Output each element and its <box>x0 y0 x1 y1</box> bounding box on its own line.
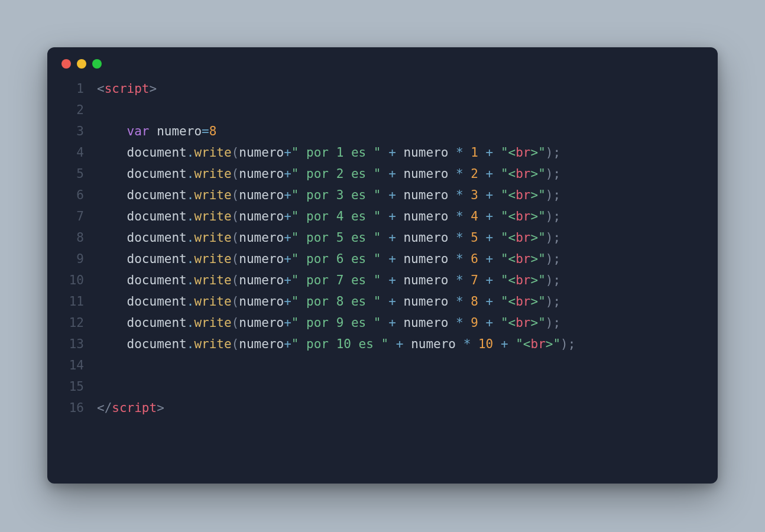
code-line: 12 document.write(numero+" por 9 es " + … <box>50 312 702 333</box>
operator-plus: + <box>388 188 396 202</box>
semicolon: ; <box>553 188 560 202</box>
dot: . <box>187 294 195 309</box>
identifier: numero <box>403 273 448 287</box>
line-number: 4 <box>50 142 97 163</box>
string-literal: " por 9 es " <box>291 316 381 330</box>
operator-plus: + <box>284 337 291 351</box>
string-literal: >" <box>531 294 546 309</box>
minimize-icon[interactable] <box>77 59 86 69</box>
identifier: numero <box>239 252 284 266</box>
paren: ) <box>546 145 553 160</box>
identifier: numero <box>239 337 284 351</box>
tag-name: br <box>516 294 530 309</box>
paren: ) <box>546 209 553 223</box>
code-line: 7 document.write(numero+" por 4 es " + n… <box>50 206 702 227</box>
tag-name: br <box>516 252 530 266</box>
code-line: 2 <box>50 99 702 121</box>
string-literal: " por 6 es " <box>291 252 381 266</box>
operator-mul: * <box>456 145 463 160</box>
method-name: write <box>194 252 231 266</box>
semicolon: ; <box>553 167 560 181</box>
number-literal: 3 <box>471 188 478 202</box>
line-number: 9 <box>50 248 97 270</box>
method-name: write <box>194 273 231 287</box>
paren: ) <box>546 231 553 245</box>
dot: . <box>187 337 195 351</box>
tag-name: br <box>516 145 530 160</box>
line-number: 1 <box>50 78 97 99</box>
tag-name: br <box>516 188 530 202</box>
paren: ) <box>546 167 553 181</box>
method-name: write <box>194 188 231 202</box>
string-literal: "< <box>501 273 516 287</box>
identifier: numero <box>403 209 448 223</box>
code-content: <script> <box>97 78 157 99</box>
code-editor[interactable]: 1<script>23 var numero=84 document.write… <box>47 72 718 435</box>
identifier: document <box>127 145 187 160</box>
angle-bracket: </ <box>97 401 112 415</box>
number-literal: 1 <box>471 145 478 160</box>
identifier: document <box>127 294 187 309</box>
identifier: numero <box>239 209 284 223</box>
line-number: 2 <box>50 99 97 121</box>
operator-plus: + <box>284 316 291 330</box>
code-content: document.write(numero+" por 8 es " + num… <box>97 291 560 312</box>
identifier: numero <box>239 273 284 287</box>
tag-name: br <box>531 337 546 351</box>
code-line: 13 document.write(numero+" por 10 es " +… <box>50 333 702 355</box>
paren: ( <box>232 209 239 223</box>
identifier: numero <box>239 188 284 202</box>
identifier: numero <box>239 167 284 181</box>
identifier: numero <box>403 145 448 160</box>
string-literal: >" <box>531 145 546 160</box>
number-literal: 8 <box>209 124 217 138</box>
semicolon: ; <box>553 294 560 309</box>
string-literal: >" <box>531 316 546 330</box>
editor-window: 1<script>23 var numero=84 document.write… <box>47 47 718 484</box>
identifier: numero <box>403 188 448 202</box>
identifier: numero <box>403 167 448 181</box>
paren: ( <box>232 294 239 309</box>
maximize-icon[interactable] <box>92 59 102 69</box>
identifier: document <box>127 252 187 266</box>
code-line: 1<script> <box>50 78 702 99</box>
code-line: 3 var numero=8 <box>50 121 702 142</box>
semicolon: ; <box>553 252 560 266</box>
paren: ) <box>546 294 553 309</box>
angle-bracket: > <box>150 82 157 96</box>
operator-mul: * <box>456 167 463 181</box>
paren: ( <box>232 316 239 330</box>
semicolon: ; <box>568 337 576 351</box>
method-name: write <box>194 145 231 160</box>
string-literal: " por 8 es " <box>291 294 381 309</box>
identifier: numero <box>239 316 284 330</box>
close-icon[interactable] <box>61 59 71 69</box>
dot: . <box>187 167 195 181</box>
identifier: numero <box>403 294 448 309</box>
operator-mul: * <box>456 209 463 223</box>
identifier: numero <box>239 231 284 245</box>
operator-plus: + <box>388 209 396 223</box>
code-line: 6 document.write(numero+" por 3 es " + n… <box>50 184 702 206</box>
operator-plus: + <box>486 188 494 202</box>
tag-name: br <box>516 231 530 245</box>
tag-name: script <box>105 82 150 96</box>
string-literal: "< <box>501 316 516 330</box>
identifier: document <box>127 273 187 287</box>
code-content: document.write(numero+" por 7 es " + num… <box>97 270 560 291</box>
line-number: 16 <box>50 397 97 419</box>
string-literal: "< <box>501 231 516 245</box>
code-content: var numero=8 <box>97 121 216 142</box>
paren: ( <box>232 188 239 202</box>
line-number: 6 <box>50 184 97 206</box>
operator-mul: * <box>456 188 463 202</box>
operator-mul: * <box>456 294 463 309</box>
paren: ( <box>232 337 239 351</box>
method-name: write <box>194 167 231 181</box>
line-number: 8 <box>50 227 97 248</box>
number-literal: 8 <box>471 294 478 309</box>
identifier: numero <box>239 294 284 309</box>
operator-plus: + <box>388 252 396 266</box>
string-literal: "< <box>501 294 516 309</box>
code-line: 9 document.write(numero+" por 6 es " + n… <box>50 248 702 270</box>
